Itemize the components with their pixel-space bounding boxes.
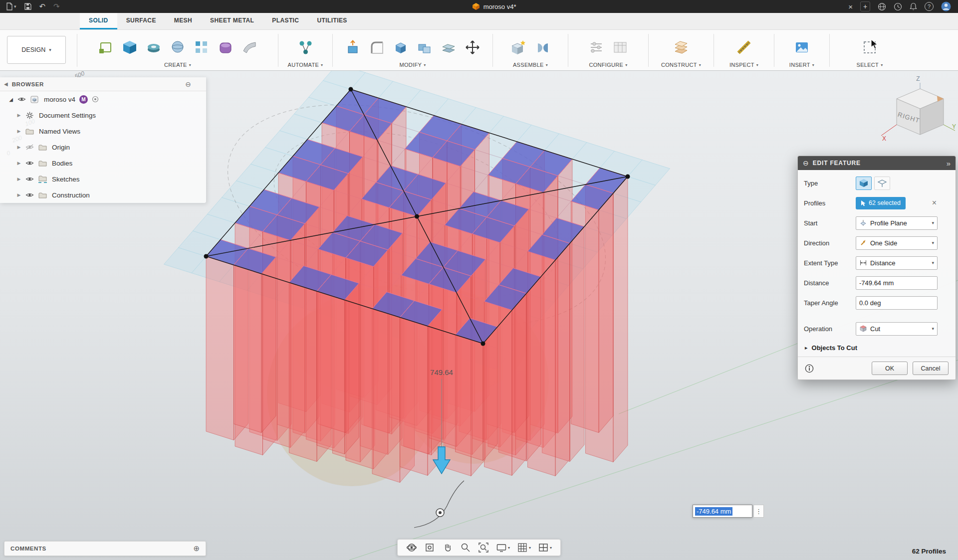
collapse-dialog-icon[interactable]: ⊖ <box>803 159 809 167</box>
start-dropdown[interactable]: Profile Plane ▾ <box>856 216 938 230</box>
cancel-button[interactable]: Cancel <box>913 362 949 375</box>
insert-menu[interactable]: INSERT▾ <box>789 62 814 69</box>
visibility-eye-off-icon[interactable] <box>23 144 36 150</box>
visibility-eye-icon[interactable] <box>15 96 28 102</box>
panel-minimize-icon[interactable]: ⊖ <box>185 80 206 88</box>
user-avatar[interactable] <box>941 1 951 11</box>
browser-row-construction[interactable]: ▶ Construction <box>0 187 206 203</box>
construct-menu[interactable]: CONSTRUCT▾ <box>661 62 701 69</box>
configuration-button[interactable] <box>585 35 608 60</box>
ok-button[interactable]: OK <box>872 362 908 375</box>
split-button[interactable] <box>437 35 460 60</box>
tab-sheet-metal[interactable]: SHEET METAL <box>201 13 263 29</box>
dialog-header[interactable]: ⊖ EDIT FEATURE » <box>798 156 956 170</box>
combine-button[interactable] <box>413 35 436 60</box>
distance-input-floating[interactable]: -749.64 mm <box>693 505 752 518</box>
operation-dropdown[interactable]: Cut ▾ <box>856 322 938 336</box>
browser-row-bodies[interactable]: ▶ Bodies <box>0 155 206 171</box>
expand-icon[interactable]: ◢ <box>7 97 15 102</box>
viewports-button[interactable]: ▾ <box>535 541 554 554</box>
close-document-button[interactable]: × <box>848 2 853 11</box>
create-sketch-button[interactable] <box>94 35 117 60</box>
extent-type-dropdown[interactable]: Distance ▾ <box>856 256 938 270</box>
joint-button[interactable] <box>531 35 554 60</box>
undo-button[interactable]: ↶ <box>39 2 46 11</box>
design-menu-button[interactable]: DESIGN ▾ <box>7 36 66 64</box>
grid-settings-button[interactable]: ▾ <box>514 541 533 554</box>
comments-bar[interactable]: COMMENTS ⊕ <box>4 541 206 556</box>
construct-plane-button[interactable] <box>670 35 693 60</box>
profiles-selected-badge[interactable]: 62 selected <box>856 197 906 209</box>
pan-button[interactable] <box>440 541 456 554</box>
move-button[interactable] <box>461 35 484 60</box>
dimension-drag-handle[interactable]: ⋮ <box>753 505 764 518</box>
measure-button[interactable] <box>732 35 755 60</box>
expand-icon[interactable]: ▶ <box>15 145 23 150</box>
browser-row-document-settings[interactable]: ▶ Document Settings <box>0 107 206 123</box>
redo-button[interactable]: ↷ <box>53 2 60 11</box>
look-at-button[interactable] <box>422 541 438 554</box>
objects-to-cut-expander[interactable]: ▸ Objects To Cut <box>798 339 956 357</box>
configuration-table-button[interactable] <box>609 35 632 60</box>
save-button[interactable] <box>24 3 31 10</box>
extensions-button[interactable] <box>894 2 902 11</box>
expand-icon[interactable]: ▶ <box>15 161 23 166</box>
expand-icon[interactable]: ▶ <box>15 113 23 118</box>
viewcube[interactable]: Z RIGHT X Y <box>874 73 958 150</box>
info-button[interactable] <box>805 364 814 373</box>
clear-selection-icon[interactable]: × <box>932 198 937 207</box>
help-button[interactable]: ? <box>925 2 934 11</box>
revolve-button[interactable] <box>142 35 165 60</box>
sphere-button[interactable] <box>166 35 189 60</box>
browser-row-named-views[interactable]: ▶ Named Views <box>0 123 206 139</box>
modify-menu[interactable]: MODIFY▾ <box>400 62 426 69</box>
assemble-menu[interactable]: ASSEMBLE▾ <box>513 62 548 69</box>
tab-surface[interactable]: SURFACE <box>117 13 165 29</box>
tab-solid[interactable]: SOLID <box>80 13 117 29</box>
notifications-button[interactable] <box>910 2 917 10</box>
browser-row-root[interactable]: ◢ moroso v4 M <box>0 91 206 107</box>
orbit-button[interactable] <box>404 541 420 554</box>
panel-collapse-icon[interactable]: ◀ <box>0 81 12 87</box>
automate-button[interactable] <box>294 35 317 60</box>
pattern-button[interactable] <box>190 35 213 60</box>
visibility-eye-icon[interactable] <box>23 176 36 182</box>
select-menu[interactable]: SELECT▾ <box>857 62 883 69</box>
insert-button[interactable] <box>790 35 813 60</box>
visibility-eye-icon[interactable] <box>23 192 36 198</box>
new-component-button[interactable] <box>507 35 530 60</box>
tab-plastic[interactable]: PLASTIC <box>263 13 308 29</box>
inspect-menu[interactable]: INSPECT▾ <box>729 62 758 69</box>
press-pull-button[interactable] <box>341 35 364 60</box>
select-button[interactable] <box>858 35 881 60</box>
fillet-button[interactable] <box>365 35 388 60</box>
expand-icon[interactable]: ▶ <box>15 129 23 134</box>
create-menu[interactable]: CREATE▾ <box>164 62 191 69</box>
automate-menu[interactable]: AUTOMATE▾ <box>288 62 323 69</box>
display-settings-button[interactable]: ▾ <box>493 541 512 554</box>
job-status-button[interactable] <box>878 2 886 11</box>
activate-component-radio[interactable] <box>92 96 99 103</box>
form-button[interactable] <box>214 35 237 60</box>
direction-dropdown[interactable]: One Side ▾ <box>856 236 938 250</box>
new-tab-button[interactable]: + <box>860 1 870 11</box>
type-thin-extrude-button[interactable] <box>874 177 890 190</box>
type-solid-extrude-button[interactable] <box>856 177 872 190</box>
taper-angle-input[interactable] <box>856 296 938 310</box>
extrude-button[interactable] <box>118 35 141 60</box>
shell-button[interactable] <box>389 35 412 60</box>
browser-row-origin[interactable]: ▶ Origin <box>0 139 206 155</box>
browser-row-sketches[interactable]: ▶ Sketches <box>0 171 206 187</box>
expand-icon[interactable]: ▶ <box>15 192 23 197</box>
configure-menu[interactable]: CONFIGURE▾ <box>589 62 627 69</box>
expand-icon[interactable]: ▶ <box>15 177 23 182</box>
distance-input[interactable] <box>856 276 938 290</box>
zoom-button[interactable] <box>458 541 474 554</box>
expand-comments-icon[interactable]: ⊕ <box>193 544 200 553</box>
tab-mesh[interactable]: MESH <box>165 13 201 29</box>
app-menu-button[interactable]: ▾ <box>6 2 16 10</box>
visibility-eye-icon[interactable] <box>23 160 36 166</box>
fit-button[interactable] <box>476 541 491 554</box>
tab-utilities[interactable]: UTILITIES <box>308 13 356 29</box>
surface-button[interactable] <box>238 35 261 60</box>
